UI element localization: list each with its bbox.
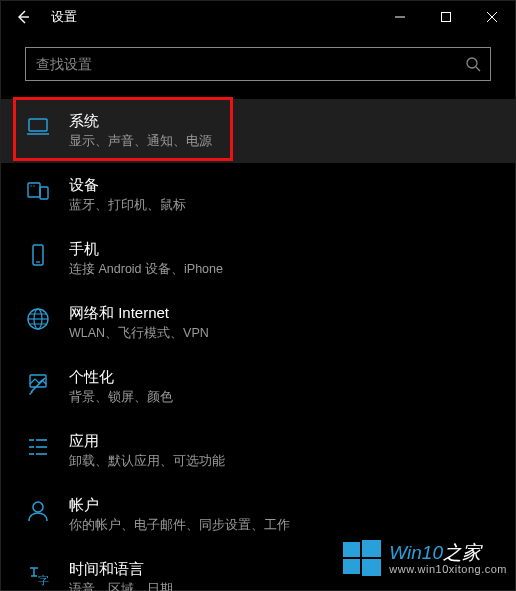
watermark-brand: Win10之家 <box>389 543 507 564</box>
svg-point-27 <box>33 502 43 512</box>
windows-logo-icon <box>341 538 383 580</box>
category-text: 个性化 背景、锁屏、颜色 <box>69 368 173 406</box>
category-devices[interactable]: 设备 蓝牙、打印机、鼠标 <box>1 163 515 227</box>
category-subtitle: WLAN、飞行模式、VPN <box>69 325 209 342</box>
svg-line-6 <box>476 67 480 71</box>
svg-rect-31 <box>343 559 360 574</box>
category-subtitle: 背景、锁屏、颜色 <box>69 389 173 406</box>
window-controls <box>377 1 515 33</box>
account-icon <box>25 498 51 524</box>
watermark-text: Win10之家 www.win10xitong.com <box>389 543 507 576</box>
watermark-url: www.win10xitong.com <box>389 563 507 575</box>
category-text: 网络和 Internet WLAN、飞行模式、VPN <box>69 304 209 342</box>
category-subtitle: 你的帐户、电子邮件、同步设置、工作 <box>69 517 290 534</box>
category-title: 时间和语言 <box>69 560 173 579</box>
devices-icon <box>25 178 51 204</box>
svg-rect-29 <box>343 542 360 557</box>
category-system[interactable]: 系统 显示、声音、通知、电源 <box>1 99 515 163</box>
category-text: 应用 卸载、默认应用、可选功能 <box>69 432 225 470</box>
magnifier-icon <box>465 56 481 72</box>
svg-rect-32 <box>362 559 381 576</box>
laptop-icon <box>25 114 51 140</box>
close-icon <box>486 11 498 23</box>
titlebar: 设置 <box>1 1 515 33</box>
category-title: 网络和 Internet <box>69 304 209 323</box>
category-network[interactable]: 网络和 Internet WLAN、飞行模式、VPN <box>1 291 515 355</box>
search-container <box>1 33 515 89</box>
category-text: 时间和语言 语音、区域、日期 <box>69 560 173 591</box>
globe-icon <box>25 306 51 332</box>
watermark-brand-suffix: 之家 <box>443 542 481 563</box>
category-title: 个性化 <box>69 368 173 387</box>
personalize-icon <box>25 370 51 396</box>
maximize-icon <box>440 11 452 23</box>
category-title: 帐户 <box>69 496 290 515</box>
apps-icon <box>25 434 51 460</box>
category-text: 系统 显示、声音、通知、电源 <box>69 112 212 150</box>
search-icon[interactable] <box>456 56 490 72</box>
back-arrow-icon <box>15 9 31 25</box>
category-subtitle: 连接 Android 设备、iPhone <box>69 261 223 278</box>
svg-point-5 <box>467 58 477 68</box>
search-input[interactable] <box>26 56 456 72</box>
search-box <box>25 47 491 81</box>
svg-point-11 <box>30 185 31 186</box>
category-list: 系统 显示、声音、通知、电源 设备 蓝牙、打印机、鼠标 手机 连接 Androi… <box>1 89 515 591</box>
category-subtitle: 卸载、默认应用、可选功能 <box>69 453 225 470</box>
svg-rect-2 <box>442 13 451 22</box>
minimize-button[interactable] <box>377 1 423 33</box>
svg-text:字: 字 <box>38 574 49 586</box>
svg-point-12 <box>33 185 34 186</box>
settings-window: 设置 系统 显示、声 <box>0 0 516 591</box>
maximize-button[interactable] <box>423 1 469 33</box>
svg-rect-10 <box>40 187 48 199</box>
category-phone[interactable]: 手机 连接 Android 设备、iPhone <box>1 227 515 291</box>
category-apps[interactable]: 应用 卸载、默认应用、可选功能 <box>1 419 515 483</box>
category-text: 设备 蓝牙、打印机、鼠标 <box>69 176 186 214</box>
category-subtitle: 蓝牙、打印机、鼠标 <box>69 197 186 214</box>
svg-rect-9 <box>28 183 40 197</box>
category-title: 系统 <box>69 112 212 131</box>
phone-icon <box>25 242 51 268</box>
category-title: 手机 <box>69 240 223 259</box>
back-button[interactable] <box>1 1 45 33</box>
close-button[interactable] <box>469 1 515 33</box>
svg-rect-30 <box>362 540 381 557</box>
watermark-brand-prefix: Win10 <box>389 542 443 563</box>
category-subtitle: 显示、声音、通知、电源 <box>69 133 212 150</box>
time-icon: 字 <box>25 562 51 588</box>
window-title: 设置 <box>45 8 77 26</box>
category-title: 应用 <box>69 432 225 451</box>
watermark: Win10之家 www.win10xitong.com <box>341 538 507 580</box>
category-title: 设备 <box>69 176 186 195</box>
category-personalization[interactable]: 个性化 背景、锁屏、颜色 <box>1 355 515 419</box>
category-subtitle: 语音、区域、日期 <box>69 581 173 591</box>
svg-rect-7 <box>29 119 47 131</box>
minimize-icon <box>394 11 406 23</box>
category-text: 帐户 你的帐户、电子邮件、同步设置、工作 <box>69 496 290 534</box>
category-text: 手机 连接 Android 设备、iPhone <box>69 240 223 278</box>
